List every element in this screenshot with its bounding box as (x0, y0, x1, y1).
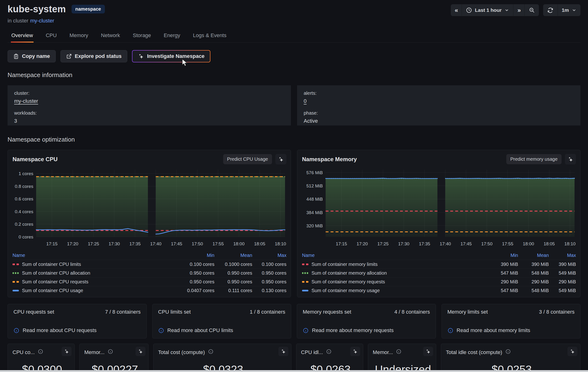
series-min: 0.100 cores (169, 262, 214, 267)
read-more-label: Read more about CPU limits (168, 327, 233, 333)
svg-text:384 MiB: 384 MiB (306, 210, 323, 215)
cpu-chart[interactable]: 0 cores0.2 cores0.4 cores0.6 cores0.8 co… (8, 166, 291, 251)
svg-text:576 MiB: 576 MiB (306, 170, 323, 175)
card-title: Memor... (373, 347, 393, 355)
memory-chart[interactable]: 320 MiB384 MiB448 MiB512 MiB576 MiB17:15… (297, 166, 580, 251)
series-name[interactable]: Sum of container memory requests (312, 279, 385, 284)
svg-text:17:35: 17:35 (419, 241, 430, 246)
ai-button[interactable] (278, 347, 288, 356)
svg-text:0.8 cores: 0.8 cores (15, 184, 33, 189)
sparkle-icon (138, 53, 144, 59)
svg-text:17:15: 17:15 (46, 241, 58, 246)
ai-button[interactable] (136, 347, 146, 356)
cpu-ai-button[interactable] (275, 154, 286, 164)
cluster-link[interactable]: my-cluster (30, 18, 54, 24)
legend-header-name[interactable]: Name (302, 253, 477, 258)
read-more-memory-requests-link[interactable]: Read more about memory requests (303, 327, 430, 333)
cpu-limits-set-card: CPU limits set 1 / 8 containers Read mor… (152, 304, 291, 339)
svg-text:1 cores: 1 cores (19, 171, 33, 176)
time-forward-button[interactable]: » (513, 4, 524, 16)
series-name[interactable]: Sum of container CPU usage (22, 288, 83, 293)
card-title: CPU idl... (301, 347, 323, 355)
predict-memory-usage-button[interactable]: Predict memory usage (506, 154, 562, 164)
time-back-button[interactable]: « (451, 4, 462, 16)
svg-text:17:45: 17:45 (171, 241, 182, 246)
container-requirement-cards: CPU requests set 7 / 8 containers Read m… (8, 304, 580, 339)
series-swatch-usage (12, 290, 19, 291)
info-icon[interactable] (208, 349, 213, 354)
ai-button[interactable] (350, 347, 360, 356)
series-name[interactable]: Sum of container CPU requests (22, 279, 88, 284)
tab-network[interactable]: Network (101, 31, 121, 42)
zoom-out-button[interactable] (525, 4, 539, 16)
cluster-value-link[interactable]: my-cluster (14, 98, 284, 104)
series-mean: 290 MiB (518, 279, 549, 284)
legend-header-mean[interactable]: Mean (518, 253, 549, 258)
chevrons-left-icon: « (455, 7, 458, 14)
tab-logs-events[interactable]: Logs & Events (192, 31, 227, 42)
memory-legend: Name Min Mean Max Sum of container memor… (297, 251, 580, 297)
series-swatch-usage (302, 290, 308, 291)
cpu-requests-set-card: CPU requests set 7 / 8 containers Read m… (8, 304, 147, 339)
svg-text:17:30: 17:30 (109, 241, 120, 246)
info-icon[interactable] (396, 349, 401, 354)
refresh-interval-picker[interactable]: 1m (557, 4, 580, 16)
svg-text:17:55: 17:55 (212, 241, 224, 246)
refresh-interval-label: 1m (562, 7, 569, 13)
memory-ai-button[interactable] (565, 154, 576, 164)
tab-overview[interactable]: Overview (11, 31, 33, 42)
legend-header-mean[interactable]: Mean (214, 253, 252, 258)
ai-button[interactable] (62, 347, 72, 356)
series-min: 547 MiB (477, 270, 518, 276)
legend-header-min[interactable]: Min (477, 253, 518, 258)
series-name[interactable]: Sum of container CPU limits (22, 262, 81, 267)
explore-pod-status-label: Explore pod status (75, 53, 122, 59)
legend-header-max[interactable]: Max (252, 253, 286, 258)
explore-pod-status-button[interactable]: Explore pod status (61, 50, 127, 62)
series-max: 0.950 cores (252, 270, 286, 276)
info-icon[interactable] (326, 349, 332, 354)
predict-cpu-usage-button[interactable]: Predict CPU Usage (223, 154, 272, 164)
ai-button[interactable] (423, 347, 433, 356)
series-name[interactable]: Sum of container memory limits (312, 262, 378, 267)
cpu-cost-card: CPU co... $0.0300 (8, 344, 75, 372)
svg-text:17:20: 17:20 (67, 241, 78, 246)
tab-storage[interactable]: Storage (132, 31, 151, 42)
read-more-cpu-requests-link[interactable]: Read more about CPU requests (13, 327, 141, 333)
investigate-namespace-button[interactable]: Investigate Namespace (132, 50, 210, 62)
tab-energy[interactable]: Energy (163, 31, 181, 42)
series-max: 390 MiB (549, 262, 576, 267)
svg-text:448 MiB: 448 MiB (306, 197, 323, 202)
info-icon[interactable] (108, 349, 113, 354)
series-max: 0.100 cores (252, 262, 286, 267)
read-more-label: Read more about CPU requests (23, 327, 97, 333)
info-icon[interactable] (38, 349, 43, 354)
series-name[interactable]: Sum of container memory usage (312, 288, 380, 293)
bottom-scrollbar[interactable] (0, 370, 588, 372)
series-name[interactable]: Sum of container memory allocation (312, 270, 387, 276)
card-title: Memory limits set (448, 309, 488, 315)
ai-button[interactable] (567, 347, 577, 356)
read-more-cpu-limits-link[interactable]: Read more about CPU limits (158, 327, 285, 333)
chevron-down-icon (572, 8, 577, 12)
alerts-value-link[interactable]: 0 (304, 98, 574, 104)
legend-header-name[interactable]: Name (12, 253, 169, 258)
read-more-memory-limits-link[interactable]: Read more about memory limits (448, 327, 575, 333)
series-min: 0.950 cores (169, 270, 214, 276)
svg-text:17:30: 17:30 (398, 241, 410, 246)
refresh-button[interactable] (543, 4, 557, 16)
series-name[interactable]: Sum of container CPU allocation (22, 270, 90, 276)
cluster-info-tile: cluster: my-cluster workloads: 3 (8, 85, 291, 125)
legend-header-max[interactable]: Max (549, 253, 576, 258)
series-swatch-requests (12, 281, 19, 283)
legend-row: Sum of container CPU limits 0.100 cores … (12, 260, 286, 268)
copy-name-button[interactable]: Copy name (8, 50, 56, 62)
tab-memory[interactable]: Memory (69, 31, 89, 42)
time-range-picker[interactable]: Last 1 hour (462, 4, 513, 16)
info-icon[interactable] (505, 349, 511, 354)
tab-cpu[interactable]: CPU (45, 31, 57, 42)
info-icon (448, 328, 453, 333)
title-block: kube-system namespace in clustermy-clust… (8, 4, 105, 24)
svg-text:0.2 cores: 0.2 cores (15, 222, 33, 227)
legend-header-min[interactable]: Min (169, 253, 214, 258)
